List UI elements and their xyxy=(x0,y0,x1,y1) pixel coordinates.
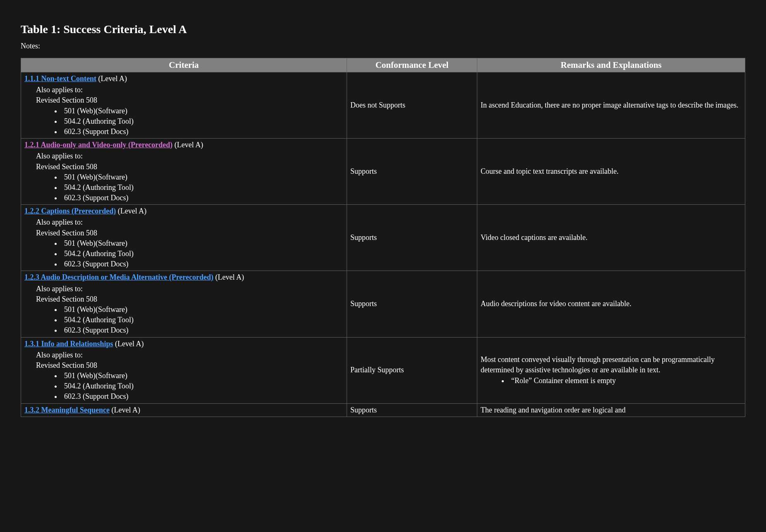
conformance-cell: Supports xyxy=(347,205,477,271)
notes-label: Notes: xyxy=(21,42,745,50)
remarks-cell: Audio descriptions for video content are… xyxy=(477,271,745,337)
sub-list-item: 602.3 (Support Docs) xyxy=(62,325,343,335)
remarks-text: Video closed captions are available. xyxy=(481,232,742,243)
sub-list-item: 504.2 (Authoring Tool) xyxy=(62,182,343,193)
sub-list: 501 (Web)(Software)504.2 (Authoring Tool… xyxy=(62,172,343,204)
remarks-text: Course and topic text transcripts are av… xyxy=(481,166,742,177)
remarks-cell: Video closed captions are available. xyxy=(477,205,745,271)
conformance-cell: Partially Supports xyxy=(347,337,477,403)
criteria-link[interactable]: 1.3.2 Meaningful Sequence xyxy=(24,406,110,414)
revised-508-label: Revised Section 508 xyxy=(36,162,343,172)
sub-list-item: 602.3 (Support Docs) xyxy=(62,193,343,203)
remarks-text: Audio descriptions for video content are… xyxy=(481,299,742,309)
criteria-number: 1.2.2 xyxy=(24,207,39,215)
sub-list-item: 602.3 (Support Docs) xyxy=(62,127,343,137)
sub-list-item: 501 (Web)(Software) xyxy=(62,172,343,182)
revised-508-label: Revised Section 508 xyxy=(36,294,343,304)
table-row: 1.3.2 Meaningful Sequence (Level A)Suppo… xyxy=(21,403,745,417)
sub-list-item: 504.2 (Authoring Tool) xyxy=(62,249,343,259)
also-applies-label: Also applies to: xyxy=(36,284,343,294)
criteria-link-text: Info and Relationships xyxy=(41,340,113,348)
criteria-link[interactable]: 1.2.3 Audio Description or Media Alterna… xyxy=(24,273,213,281)
criteria-link[interactable]: 1.1.1 Non-text Content xyxy=(24,74,96,83)
revised-508-label: Revised Section 508 xyxy=(36,228,343,238)
criteria-link-text: Audio Description or Media Alternative (… xyxy=(41,273,213,281)
remarks-cell: The reading and navigation order are log… xyxy=(477,403,745,417)
sub-list-item: 501 (Web)(Software) xyxy=(62,371,343,381)
sub-list-item: 501 (Web)(Software) xyxy=(62,238,343,249)
criteria-table: Criteria Conformance Level Remarks and E… xyxy=(21,58,745,417)
sub-list: 501 (Web)(Software)504.2 (Authoring Tool… xyxy=(62,106,343,137)
criteria-cell: 1.1.1 Non-text Content (Level A)Also app… xyxy=(21,72,347,139)
sub-list-item: 504.2 (Authoring Tool) xyxy=(62,116,343,127)
table-row: 1.1.1 Non-text Content (Level A)Also app… xyxy=(21,72,745,139)
conformance-cell: Supports xyxy=(347,271,477,337)
header-criteria: Criteria xyxy=(21,58,347,72)
criteria-cell: 1.3.2 Meaningful Sequence (Level A) xyxy=(21,403,347,417)
revised-508-label: Revised Section 508 xyxy=(36,360,343,371)
criteria-link-text: Non-text Content xyxy=(41,74,96,83)
criteria-level-tag: (Level A) xyxy=(172,141,203,149)
revised-508-label: Revised Section 508 xyxy=(36,95,343,105)
sub-list: 501 (Web)(Software)504.2 (Authoring Tool… xyxy=(62,304,343,336)
remarks-list: “Role” Container element is empty xyxy=(509,376,742,386)
criteria-cell: 1.2.3 Audio Description or Media Alterna… xyxy=(21,271,347,337)
criteria-cell: 1.2.2 Captions (Prerecorded) (Level A)Al… xyxy=(21,205,347,271)
sub-list: 501 (Web)(Software)504.2 (Authoring Tool… xyxy=(62,371,343,402)
criteria-link-text: Meaningful Sequence xyxy=(41,406,110,414)
criteria-cell: 1.3.1 Info and Relationships (Level A)Al… xyxy=(21,337,347,403)
criteria-number: 1.2.3 xyxy=(24,273,39,281)
table-title: Table 1: Success Criteria, Level A xyxy=(21,23,745,36)
conformance-cell: Supports xyxy=(347,139,477,205)
sub-list-item: 602.3 (Support Docs) xyxy=(62,259,343,269)
table-row: 1.2.2 Captions (Prerecorded) (Level A)Al… xyxy=(21,205,745,271)
table-row: 1.2.3 Audio Description or Media Alterna… xyxy=(21,271,745,337)
remarks-text: In ascend Education, there are no proper… xyxy=(481,100,742,110)
criteria-level-tag: (Level A) xyxy=(96,74,127,83)
sub-list-item: 602.3 (Support Docs) xyxy=(62,391,343,402)
criteria-level-tag: (Level A) xyxy=(113,340,144,348)
conformance-cell: Does not Supports xyxy=(347,72,477,139)
header-remarks: Remarks and Explanations xyxy=(477,58,745,72)
criteria-link[interactable]: 1.2.2 Captions (Prerecorded) xyxy=(24,207,116,215)
sub-list-item: 501 (Web)(Software) xyxy=(62,304,343,315)
sub-list: 501 (Web)(Software)504.2 (Authoring Tool… xyxy=(62,238,343,270)
sub-list-item: 501 (Web)(Software) xyxy=(62,106,343,116)
remarks-cell: Course and topic text transcripts are av… xyxy=(477,139,745,205)
table-row: 1.3.1 Info and Relationships (Level A)Al… xyxy=(21,337,745,403)
criteria-level-tag: (Level A) xyxy=(213,273,244,281)
criteria-link-text: Captions (Prerecorded) xyxy=(41,207,116,215)
criteria-number: 1.2.1 xyxy=(24,141,39,149)
criteria-number: 1.1.1 xyxy=(24,74,39,83)
header-conformance: Conformance Level xyxy=(347,58,477,72)
sub-list-item: 504.2 (Authoring Tool) xyxy=(62,315,343,325)
remarks-text: The reading and navigation order are log… xyxy=(481,405,742,415)
remarks-text: Most content conveyed visually through p… xyxy=(481,355,742,375)
criteria-link[interactable]: 1.3.1 Info and Relationships xyxy=(24,340,113,348)
remarks-cell: Most content conveyed visually through p… xyxy=(477,337,745,403)
sub-list-item: 504.2 (Authoring Tool) xyxy=(62,381,343,391)
conformance-cell: Supports xyxy=(347,403,477,417)
also-applies-label: Also applies to: xyxy=(36,217,343,228)
criteria-link-text: Audio-only and Video-only (Prerecorded) xyxy=(41,141,173,149)
criteria-cell: 1.2.1 Audio-only and Video-only (Prereco… xyxy=(21,139,347,205)
table-header-row: Criteria Conformance Level Remarks and E… xyxy=(21,58,745,72)
criteria-link[interactable]: 1.2.1 Audio-only and Video-only (Prereco… xyxy=(24,141,172,149)
criteria-level-tag: (Level A) xyxy=(116,207,146,215)
criteria-number: 1.3.2 xyxy=(24,406,39,414)
remarks-cell: In ascend Education, there are no proper… xyxy=(477,72,745,139)
remarks-list-item: “Role” Container element is empty xyxy=(509,376,742,386)
criteria-level-tag: (Level A) xyxy=(110,406,140,414)
table-row: 1.2.1 Audio-only and Video-only (Prereco… xyxy=(21,139,745,205)
also-applies-label: Also applies to: xyxy=(36,85,343,95)
also-applies-label: Also applies to: xyxy=(36,151,343,161)
criteria-number: 1.3.1 xyxy=(24,340,39,348)
also-applies-label: Also applies to: xyxy=(36,350,343,360)
